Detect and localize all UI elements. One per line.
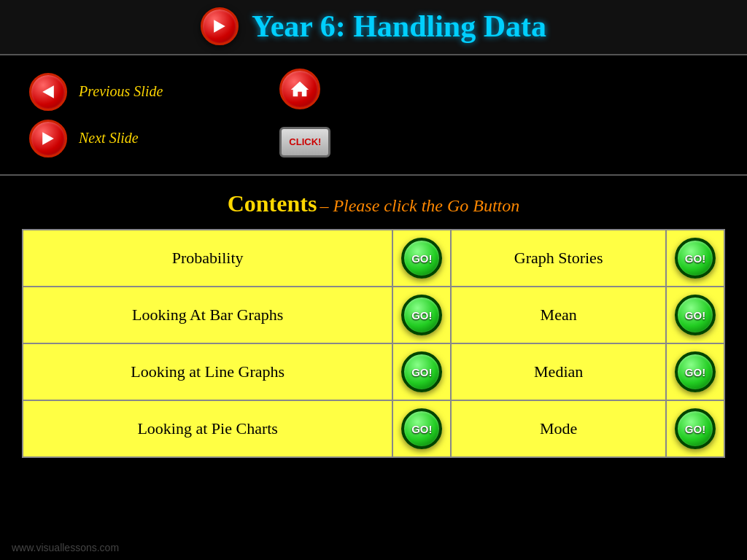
svg-marker-3 (291, 82, 309, 97)
nav-left: Previous Slide Next Slide (29, 73, 163, 158)
row1-left: Probability (23, 230, 392, 287)
row4-left: Looking at Pie Charts (23, 400, 392, 457)
action-button[interactable]: CLICK! (279, 127, 330, 158)
footer: www.visuallessons.com (12, 541, 119, 554)
table-row: Looking at Pie Charts GO! Mode GO! (23, 400, 724, 457)
row3-left: Looking at Line Graphs (23, 343, 392, 400)
go-button-3-right[interactable]: GO! (675, 351, 716, 392)
contents-table: Probability GO! Graph Stories GO! Lookin… (22, 229, 725, 458)
row1-right-go: GO! (666, 230, 724, 287)
back-label: Back to Contents (this slide) (333, 81, 491, 97)
nav-next-item: Next Slide (29, 120, 163, 158)
row4-left-go: GO! (392, 400, 451, 457)
table-row: Probability GO! Graph Stories GO! (23, 230, 724, 287)
row4-right-go: GO! (666, 400, 724, 457)
go-button-1-left[interactable]: GO! (401, 238, 442, 279)
row4-right: Mode (451, 400, 666, 457)
go-button-2-right[interactable]: GO! (675, 295, 716, 335)
row3-left-go: GO! (392, 343, 451, 400)
contents-word: Contents (228, 190, 317, 217)
row3-right: Median (451, 343, 666, 400)
contents-heading: Contents – Please click the Go Button (22, 190, 725, 217)
prev-slide-button[interactable] (29, 73, 67, 111)
back-to-contents-button[interactable] (279, 69, 320, 109)
go-button-2-left[interactable]: GO! (401, 295, 442, 335)
next-slide-button[interactable] (29, 120, 67, 158)
go-button-3-left[interactable]: GO! (401, 351, 442, 392)
contents-section: Contents – Please click the Go Button Pr… (0, 176, 747, 465)
nav-right: Back to Contents (this slide) CLICK! Act… (279, 69, 491, 161)
row2-right: Mean (451, 287, 666, 343)
next-slide-label: Next Slide (79, 130, 139, 147)
nav-action-item: CLICK! Action Button (click when it flas… (279, 122, 491, 161)
row3-right-go: GO! (666, 343, 724, 400)
nav-section: Previous Slide Next Slide Back to Conten… (0, 55, 747, 176)
svg-marker-1 (42, 85, 54, 98)
table-row: Looking At Bar Graphs GO! Mean GO! (23, 287, 724, 343)
header: Year 6: Handling Data (0, 0, 747, 55)
row1-right: Graph Stories (451, 230, 666, 287)
table-row: Looking at Line Graphs GO! Median GO! (23, 343, 724, 400)
go-button-4-left[interactable]: GO! (401, 408, 442, 449)
header-forward-button[interactable] (201, 7, 239, 45)
go-button-1-right[interactable]: GO! (675, 238, 716, 279)
row2-left-go: GO! (392, 287, 451, 343)
prev-slide-label: Previous Slide (79, 83, 163, 100)
svg-marker-2 (42, 132, 54, 144)
page-title: Year 6: Handling Data (252, 9, 546, 44)
row1-left-go: GO! (392, 230, 451, 287)
nav-back-item: Back to Contents (this slide) (279, 69, 491, 109)
click-label: CLICK! (289, 136, 321, 147)
go-button-4-right[interactable]: GO! (675, 408, 716, 449)
row2-right-go: GO! (666, 287, 724, 343)
svg-marker-0 (214, 20, 225, 32)
footer-url: www.visuallessons.com (12, 542, 119, 553)
row2-left: Looking At Bar Graphs (23, 287, 392, 343)
nav-prev-item: Previous Slide (29, 73, 163, 111)
action-label: Action Button (click when it flashes) (344, 122, 466, 161)
contents-sub: – Please click the Go Button (320, 196, 519, 215)
